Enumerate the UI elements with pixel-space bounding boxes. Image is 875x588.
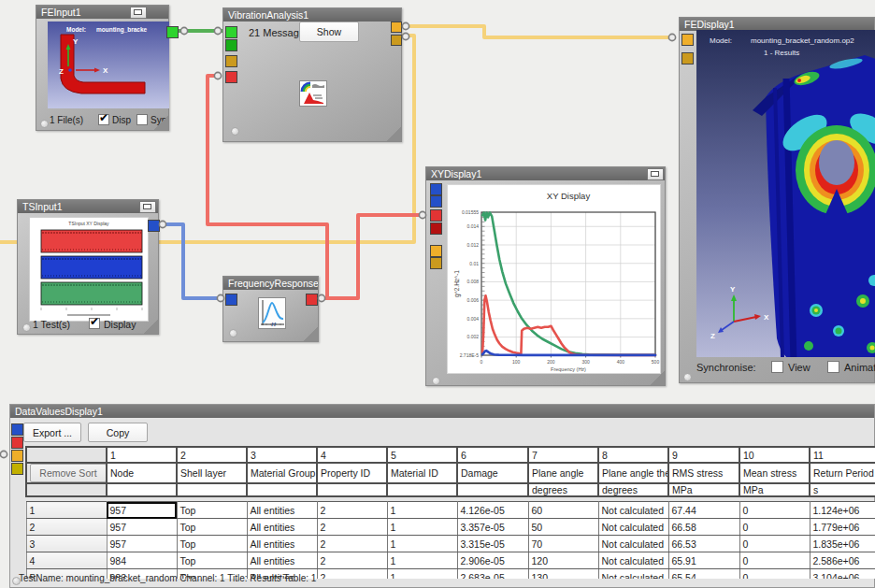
table-cell[interactable]: 3.104e+06 bbox=[810, 569, 875, 580]
xy-display-titlebar[interactable]: XYDisplay1 bbox=[426, 167, 665, 180]
table-cell[interactable]: 2.683e-05 bbox=[457, 569, 528, 580]
results-input-port-1[interactable] bbox=[681, 34, 694, 46]
dv-input-port-2[interactable] bbox=[11, 437, 23, 449]
dv-input-port-1[interactable] bbox=[11, 423, 23, 436]
table-cell[interactable]: 66.53 bbox=[668, 536, 739, 552]
column-number-header[interactable]: 9 bbox=[668, 447, 739, 463]
table-cell[interactable]: 65.91 bbox=[668, 552, 739, 569]
table-cell[interactable]: 66.58 bbox=[668, 519, 739, 536]
materials-input-port[interactable] bbox=[225, 55, 237, 67]
timeseries-output-port[interactable] bbox=[148, 220, 160, 232]
table-cell[interactable]: Not calculated bbox=[598, 569, 668, 580]
show-messages-button[interactable]: Show bbox=[299, 22, 359, 42]
table-cell[interactable]: 2 bbox=[317, 552, 387, 569]
table-cell[interactable]: 4.126e-05 bbox=[457, 502, 528, 519]
table-cell[interactable]: 1.779e+06 bbox=[810, 519, 875, 536]
table-cell[interactable]: 2.906e-05 bbox=[457, 552, 528, 569]
table-cell[interactable]: All entities bbox=[247, 502, 317, 519]
display-checkbox[interactable] bbox=[98, 114, 109, 125]
table-cell[interactable]: All entities bbox=[247, 519, 317, 536]
table-cell[interactable]: 1 bbox=[387, 536, 457, 552]
table-cell[interactable]: 1.835e+06 bbox=[810, 536, 875, 552]
dv-input-port-3[interactable] bbox=[11, 450, 23, 462]
results-output-port-1[interactable] bbox=[391, 22, 402, 33]
column-name-header[interactable]: Plane angle bbox=[528, 463, 598, 483]
xy-input-port-2[interactable] bbox=[430, 195, 442, 208]
column-number-header[interactable]: 1 bbox=[107, 447, 177, 463]
resize-handle[interactable] bbox=[302, 325, 318, 341]
xy-input-port-5[interactable] bbox=[430, 245, 442, 257]
resize-handle[interactable] bbox=[649, 369, 665, 385]
wire-blue-timeseries[interactable] bbox=[157, 224, 221, 298]
results-input-port-2[interactable] bbox=[681, 52, 694, 65]
row-number-header[interactable]: 3 bbox=[26, 536, 107, 552]
table-cell[interactable]: Not calculated bbox=[598, 502, 668, 519]
table-cell[interactable]: 70 bbox=[528, 536, 598, 552]
sync-view-checkbox[interactable] bbox=[771, 361, 783, 373]
window-icon[interactable] bbox=[647, 168, 664, 180]
table-cell[interactable]: 2 bbox=[317, 569, 387, 580]
column-number-header[interactable]: 3 bbox=[247, 447, 317, 463]
wire-red-frf-to-display[interactable] bbox=[318, 215, 423, 298]
table-cell[interactable]: 2 bbox=[317, 519, 387, 536]
table-cell[interactable]: 3.357e-05 bbox=[457, 519, 528, 536]
column-name-header[interactable]: Plane angle thet bbox=[598, 463, 668, 483]
table-cell[interactable]: 957 bbox=[107, 519, 177, 536]
dv-input-port-4[interactable] bbox=[11, 463, 23, 475]
wire-yellow-results-1[interactable] bbox=[401, 26, 675, 37]
column-name-header[interactable]: Material ID bbox=[387, 463, 457, 483]
xy-input-port-1[interactable] bbox=[430, 183, 442, 195]
table-cell[interactable]: 0 bbox=[739, 519, 810, 536]
table-cell[interactable]: 0 bbox=[739, 536, 810, 552]
table-cell[interactable]: Top bbox=[177, 519, 247, 536]
data-values-titlebar[interactable]: DataValuesDisplay1 bbox=[10, 405, 874, 418]
table-cell[interactable]: 1.124e+06 bbox=[810, 502, 875, 519]
column-number-header[interactable]: 6 bbox=[457, 447, 528, 463]
table-cell[interactable]: 120 bbox=[528, 552, 598, 569]
table-cell[interactable]: 0 bbox=[739, 552, 810, 569]
sync-checkbox[interactable] bbox=[136, 114, 148, 125]
table-cell[interactable]: Top bbox=[177, 552, 247, 569]
display-checkbox[interactable] bbox=[89, 318, 100, 329]
table-cell[interactable]: 67.44 bbox=[668, 502, 739, 519]
export-button[interactable]: Export ... bbox=[23, 423, 81, 442]
table-cell[interactable]: Not calculated bbox=[598, 519, 668, 536]
fe-display-titlebar[interactable]: FEDisplay1 bbox=[680, 18, 874, 31]
row-number-header[interactable]: 2 bbox=[26, 519, 107, 536]
table-cell[interactable]: 1 bbox=[387, 569, 457, 580]
loading-input-port[interactable] bbox=[225, 71, 237, 83]
table-cell[interactable]: Top bbox=[177, 536, 247, 552]
ts-input-titlebar[interactable]: TSInput1 bbox=[18, 200, 158, 213]
table-cell[interactable]: 50 bbox=[528, 519, 598, 536]
column-name-header[interactable]: RMS stress bbox=[668, 463, 739, 483]
table-cell[interactable]: Not calculated bbox=[598, 536, 668, 552]
column-name-header[interactable]: Shell layer bbox=[177, 463, 247, 483]
fe-model-input-port[interactable] bbox=[225, 26, 237, 38]
table-cell[interactable]: Not calculated bbox=[598, 552, 668, 569]
table-cell[interactable]: 60 bbox=[528, 502, 598, 519]
xy-input-port-6[interactable] bbox=[430, 257, 442, 269]
table-cell[interactable]: 0 bbox=[739, 569, 810, 580]
table-cell[interactable]: 65.54 bbox=[668, 569, 739, 580]
table-cell[interactable]: 2 bbox=[317, 502, 387, 519]
column-number-header[interactable]: 7 bbox=[528, 447, 598, 463]
xy-input-port-4[interactable] bbox=[430, 222, 442, 235]
frf-output-port[interactable] bbox=[306, 294, 318, 306]
table-cell[interactable]: 2 bbox=[317, 536, 387, 552]
column-number-header[interactable]: 2 bbox=[177, 447, 247, 463]
column-number-header[interactable]: 4 bbox=[317, 447, 387, 463]
table-cell[interactable]: 1 bbox=[387, 502, 457, 519]
column-number-header[interactable]: 8 bbox=[598, 447, 668, 463]
column-name-header[interactable]: Mean stress bbox=[739, 463, 810, 483]
timeseries-input-port[interactable] bbox=[225, 294, 237, 306]
column-number-header[interactable]: 10 bbox=[739, 447, 810, 463]
row-number-header[interactable]: 1 bbox=[26, 502, 107, 519]
frequency-response-titlebar[interactable]: FrequencyResponse1 bbox=[223, 277, 318, 290]
table-cell[interactable]: 984 bbox=[107, 552, 177, 569]
window-icon[interactable] bbox=[139, 201, 156, 213]
xy-input-port-3[interactable] bbox=[430, 209, 442, 222]
remove-sort-button[interactable]: Remove Sort bbox=[30, 464, 107, 482]
table-cell[interactable]: 130 bbox=[528, 569, 598, 580]
table-cell[interactable]: All entities bbox=[247, 536, 317, 552]
table-cell[interactable]: 1 bbox=[387, 519, 457, 536]
